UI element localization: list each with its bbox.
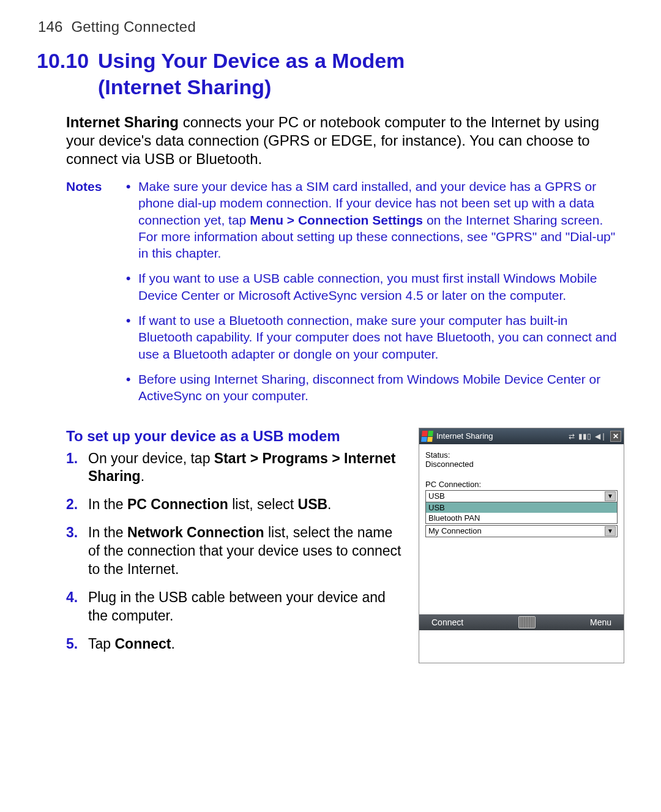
step-item: In the Network Connection list, select t… bbox=[83, 524, 403, 579]
section-heading: 10.10Using Your Device as a Modem (Inter… bbox=[37, 48, 624, 100]
device-titlebar: Internet Sharing ⇄ ▮▮▯ ◀❘ ✕ bbox=[419, 428, 624, 444]
notes-block: Notes Make sure your device has a SIM ca… bbox=[66, 178, 624, 413]
section-title-line2: (Internet Sharing) bbox=[37, 74, 624, 100]
manual-page: 146 Getting Connected 10.10Using Your De… bbox=[0, 0, 661, 812]
status-icons: ⇄ ▮▮▯ ◀❘ ✕ bbox=[569, 431, 621, 442]
windows-logo-icon bbox=[421, 431, 433, 442]
network-connection-value: My Connection bbox=[428, 526, 482, 535]
intro-bold-term: Internet Sharing bbox=[66, 114, 179, 130]
step-item: On your device, tap Start > Programs > I… bbox=[83, 450, 403, 486]
dropdown-option[interactable]: Bluetooth PAN bbox=[426, 513, 617, 523]
notes-list: Make sure your device has a SIM card ins… bbox=[126, 178, 624, 413]
signal-icon: ▮▮▯ bbox=[578, 432, 591, 441]
section-title-line1: Using Your Device as a Modem bbox=[98, 49, 405, 72]
sync-icon: ⇄ bbox=[569, 432, 575, 441]
status-value: Disconnected bbox=[425, 460, 618, 469]
dropdown-option[interactable]: USB bbox=[426, 502, 617, 513]
note-item: If you want to use a USB cable connectio… bbox=[126, 270, 624, 312]
chevron-down-icon: ▼ bbox=[605, 491, 616, 501]
pc-connection-dropdown[interactable]: USB ▼ bbox=[425, 490, 618, 502]
status-label: Status: bbox=[425, 450, 618, 460]
note-item: If want to use a Bluetooth connection, m… bbox=[126, 312, 624, 371]
step-item: Tap Connect. bbox=[83, 635, 403, 654]
step-item: In the PC Connection list, select USB. bbox=[83, 496, 403, 514]
procedure-column: To set up your device as a USB modem On … bbox=[66, 428, 403, 663]
procedure-heading: To set up your device as a USB modem bbox=[66, 428, 403, 445]
network-connection-dropdown[interactable]: My Connection ▼ bbox=[425, 525, 618, 537]
step-item: Plug in the USB cable between your devic… bbox=[83, 589, 403, 625]
device-panel: Status: Disconnected PC Connection: USB … bbox=[419, 444, 624, 614]
note-item: Before using Internet Sharing, disconnec… bbox=[126, 371, 624, 413]
chevron-down-icon: ▼ bbox=[605, 526, 616, 536]
softkey-menu[interactable]: Menu bbox=[590, 617, 611, 627]
keyboard-icon[interactable] bbox=[518, 616, 536, 628]
pc-connection-value: USB bbox=[428, 491, 445, 501]
step-list: On your device, tap Start > Programs > I… bbox=[66, 450, 403, 654]
note-item: Make sure your device has a SIM card ins… bbox=[126, 178, 624, 270]
notes-label: Notes bbox=[66, 178, 126, 413]
softkey-connect[interactable]: Connect bbox=[431, 617, 463, 627]
running-head: 146 Getting Connected bbox=[38, 18, 624, 35]
device-screenshot: Internet Sharing ⇄ ▮▮▯ ◀❘ ✕ Status: Disc… bbox=[419, 428, 624, 663]
intro-paragraph: Internet Sharing connects your PC or not… bbox=[66, 113, 624, 168]
pc-connection-options: USB Bluetooth PAN bbox=[425, 502, 618, 524]
device-softkey-bar: Connect Menu bbox=[419, 614, 624, 630]
close-icon[interactable]: ✕ bbox=[610, 431, 621, 442]
device-window-title: Internet Sharing bbox=[436, 431, 565, 441]
page-number: 146 bbox=[38, 18, 63, 35]
chapter-name: Getting Connected bbox=[71, 18, 196, 35]
volume-icon: ◀❘ bbox=[595, 432, 607, 441]
section-number: 10.10 bbox=[37, 48, 98, 74]
pc-connection-label: PC Connection: bbox=[425, 480, 618, 489]
